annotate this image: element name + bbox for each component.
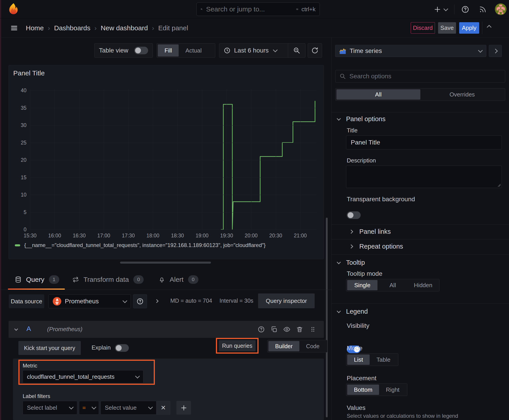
legend-marker: [15, 244, 20, 246]
plot-area[interactable]: 051015202530354015:3016:0016:3017:0017:3…: [30, 89, 317, 230]
refresh-button[interactable]: [308, 43, 322, 58]
user-avatar[interactable]: [495, 3, 507, 15]
zoom-out-button[interactable]: [288, 43, 305, 58]
visualization-picker[interactable]: Time series: [335, 45, 486, 57]
tab-transform-label: Transform data: [84, 276, 129, 283]
fill-actual-switch: Fill Actual: [157, 43, 215, 58]
database-icon: [15, 276, 22, 283]
options-search-input[interactable]: [349, 73, 501, 80]
panel-options-header[interactable]: Panel options: [337, 112, 386, 126]
tooltip-mode-label: Tooltip mode: [347, 270, 382, 277]
collapse-query-chevron[interactable]: [14, 327, 18, 331]
grafana-app: ctrl+k: [0, 0, 509, 420]
section-divider: [332, 303, 509, 304]
breadcrumb-edit-panel: Edit panel: [158, 24, 188, 32]
placement-bottom-option[interactable]: Bottom: [347, 384, 379, 395]
panel-title[interactable]: Panel Title: [13, 69, 45, 77]
datasource-help-button[interactable]: [133, 294, 147, 308]
search-icon: [201, 6, 202, 13]
metric-select[interactable]: cloudflared_tunnel_total_requests: [23, 370, 144, 383]
grafana-logo[interactable]: [7, 3, 20, 15]
interval-stat: Interval = 30s: [220, 298, 253, 304]
description-textarea[interactable]: [346, 165, 502, 188]
x-axis-tick-label: 18:30: [171, 233, 184, 239]
discard-button[interactable]: Discard: [411, 22, 435, 34]
chart-legend[interactable]: {__name__="cloudflared_tunnel_total_requ…: [15, 242, 266, 248]
tab-all[interactable]: All: [336, 89, 420, 100]
datasource-picker[interactable]: Prometheus: [48, 294, 131, 308]
global-search[interactable]: ctrl+k: [196, 2, 320, 16]
tab-alert[interactable]: Alert 0: [159, 272, 198, 287]
explain-toggle[interactable]: [115, 344, 129, 352]
transform-count-badge: 0: [133, 275, 144, 284]
metric-label: Metric: [23, 363, 37, 369]
panel-title-input[interactable]: [350, 139, 498, 146]
time-series-chart: [30, 89, 317, 230]
tooltip-section-header[interactable]: Tooltip: [337, 256, 365, 269]
fill-option[interactable]: Fill: [158, 45, 179, 57]
refresh-icon: [311, 47, 319, 54]
breadcrumb-dashboards[interactable]: Dashboards: [54, 24, 91, 32]
gridline-x: [128, 89, 129, 230]
time-range-picker[interactable]: Last 6 hours: [219, 47, 288, 54]
x-axis-tick-label: 20:30: [269, 233, 282, 239]
time-range-group: Last 6 hours: [219, 43, 305, 58]
duplicate-query-button[interactable]: [270, 326, 278, 333]
table-view-toggle[interactable]: [134, 47, 148, 54]
tab-query[interactable]: Query 1: [15, 272, 59, 287]
operator-dropdown[interactable]: =: [79, 401, 99, 415]
chevron-down-icon: [69, 405, 74, 409]
add-filter-button[interactable]: [176, 401, 191, 415]
tooltip-hidden-option[interactable]: Hidden: [408, 280, 438, 290]
select-label-dropdown[interactable]: Select label: [23, 401, 77, 415]
panel-links-section[interactable]: Panel links: [350, 224, 391, 239]
expand-options-chevron[interactable]: [155, 299, 159, 303]
toggle-visibility-button[interactable]: [283, 326, 290, 333]
query-inspector-button[interactable]: Query inspector: [258, 293, 315, 308]
legend-section-header[interactable]: Legend: [337, 305, 368, 318]
gridline-y: [30, 90, 317, 91]
run-queries-button[interactable]: Run queries: [219, 340, 256, 351]
delete-query-button[interactable]: [296, 326, 303, 333]
metric-value: cloudflared_tunnel_total_requests: [27, 373, 114, 380]
transparent-bg-toggle[interactable]: [347, 211, 361, 219]
help-button[interactable]: [461, 5, 469, 14]
legend-list-option[interactable]: List: [347, 354, 370, 365]
kick-start-button[interactable]: Kick start your query: [18, 341, 81, 355]
tooltip-single-option[interactable]: Single: [347, 280, 378, 290]
apply-button[interactable]: Apply: [459, 22, 479, 34]
tooltip-all-option[interactable]: All: [378, 280, 408, 290]
new-item-dropdown[interactable]: [434, 5, 448, 14]
panel-resize-handle[interactable]: [120, 262, 211, 264]
remove-filter-button[interactable]: ✕: [156, 401, 170, 415]
toggle-viz-picker-button[interactable]: [489, 45, 502, 57]
options-search[interactable]: [335, 70, 505, 82]
repeat-options-section[interactable]: Repeat options: [350, 239, 403, 254]
tab-transform[interactable]: Transform data 0: [72, 272, 144, 287]
mega-menu-button[interactable]: [10, 24, 18, 32]
legend-table-option[interactable]: Table: [370, 354, 397, 365]
tab-overrides[interactable]: Overrides: [420, 89, 504, 100]
label-filters-label: Label filters: [23, 393, 50, 399]
collapse-header-button[interactable]: [487, 26, 491, 29]
news-button[interactable]: [479, 6, 486, 13]
save-button[interactable]: Save: [438, 22, 456, 34]
breadcrumb-new-dashboard[interactable]: New dashboard: [101, 24, 148, 32]
search-input[interactable]: [205, 5, 293, 13]
gridline-x: [54, 89, 55, 230]
code-option[interactable]: Code: [299, 341, 326, 351]
resize-handle-icon[interactable]: [495, 181, 501, 187]
actual-option[interactable]: Actual: [179, 45, 208, 57]
select-value-dropdown[interactable]: Select value: [100, 401, 156, 415]
query-row-header[interactable]: A (Prometheus): [8, 321, 324, 338]
chevron-right-icon: [349, 244, 353, 248]
chevron-down-icon: [443, 6, 448, 11]
transparent-bg-label: Transparent background: [347, 196, 415, 203]
placement-right-option[interactable]: Right: [379, 384, 406, 395]
breadcrumb-home[interactable]: Home: [26, 24, 44, 32]
scrollbar-thumb[interactable]: [326, 218, 328, 417]
drag-query-handle[interactable]: [309, 326, 316, 333]
x-axis-tick-label: 17:30: [122, 233, 135, 239]
query-help-button[interactable]: [258, 326, 265, 333]
builder-option[interactable]: Builder: [268, 341, 299, 351]
